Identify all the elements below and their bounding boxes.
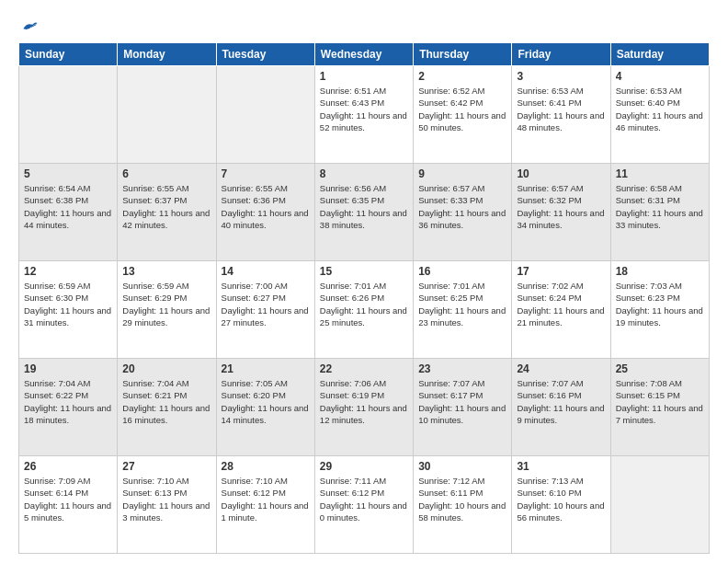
- day-info: Sunrise: 7:11 AMSunset: 6:12 PMDaylight:…: [320, 475, 408, 523]
- sunrise-label: Sunrise: 6:55 AM: [122, 183, 188, 193]
- sunset-label: Sunset: 6:29 PM: [122, 293, 187, 303]
- daylight-label: Daylight: 11 hours and 3 minutes.: [122, 500, 210, 523]
- sunset-label: Sunset: 6:16 PM: [517, 390, 581, 400]
- calendar-day-cell: 9Sunrise: 6:57 AMSunset: 6:33 PMDaylight…: [414, 164, 512, 261]
- sunrise-label: Sunrise: 7:12 AM: [418, 476, 484, 486]
- calendar-day-cell: 3Sunrise: 6:53 AMSunset: 6:41 PMDaylight…: [512, 66, 610, 164]
- day-number: 16: [418, 265, 506, 278]
- calendar-day-cell: 14Sunrise: 7:00 AMSunset: 6:27 PMDayligh…: [216, 261, 314, 359]
- calendar-day-cell: [610, 456, 709, 554]
- calendar-day-cell: 22Sunrise: 7:06 AMSunset: 6:19 PMDayligh…: [314, 359, 413, 456]
- day-number: 26: [24, 460, 112, 473]
- day-info: Sunrise: 7:02 AMSunset: 6:24 PMDaylight:…: [517, 280, 605, 328]
- page: SundayMondayTuesdayWednesdayThursdayFrid…: [0, 0, 728, 563]
- calendar-day-cell: 12Sunrise: 6:59 AMSunset: 6:30 PMDayligh…: [19, 261, 118, 359]
- day-number: 20: [122, 362, 210, 375]
- calendar-day-cell: 4Sunrise: 6:53 AMSunset: 6:40 PMDaylight…: [610, 66, 709, 164]
- day-info: Sunrise: 6:55 AMSunset: 6:36 PMDaylight:…: [222, 182, 310, 231]
- daylight-label: Daylight: 11 hours and 5 minutes.: [24, 500, 111, 523]
- day-info: Sunrise: 6:59 AMSunset: 6:30 PMDaylight:…: [24, 280, 112, 328]
- day-info: Sunrise: 7:01 AMSunset: 6:25 PMDaylight:…: [418, 280, 506, 328]
- day-number: 23: [418, 362, 506, 375]
- daylight-label: Daylight: 11 hours and 14 minutes.: [222, 403, 309, 425]
- sunrise-label: Sunrise: 7:11 AM: [320, 476, 386, 486]
- sunset-label: Sunset: 6:31 PM: [616, 195, 680, 205]
- calendar-day-cell: 28Sunrise: 7:10 AMSunset: 6:12 PMDayligh…: [216, 456, 314, 554]
- calendar-table: SundayMondayTuesdayWednesdayThursdayFrid…: [18, 42, 710, 554]
- day-number: 19: [24, 362, 112, 375]
- sunset-label: Sunset: 6:32 PM: [517, 195, 581, 205]
- day-info: Sunrise: 7:03 AMSunset: 6:23 PMDaylight:…: [616, 280, 704, 328]
- sunset-label: Sunset: 6:35 PM: [320, 195, 384, 205]
- calendar-day-cell: 24Sunrise: 7:07 AMSunset: 6:16 PMDayligh…: [512, 359, 610, 456]
- calendar-day-cell: 15Sunrise: 7:01 AMSunset: 6:26 PMDayligh…: [314, 261, 413, 359]
- calendar-week-row: 5Sunrise: 6:54 AMSunset: 6:38 PMDaylight…: [19, 164, 710, 261]
- day-number: 1: [320, 70, 408, 83]
- day-number: 11: [616, 167, 704, 180]
- day-info: Sunrise: 7:05 AMSunset: 6:20 PMDaylight:…: [222, 377, 310, 426]
- sunset-label: Sunset: 6:13 PM: [122, 488, 187, 498]
- daylight-label: Daylight: 11 hours and 31 minutes.: [24, 305, 111, 327]
- daylight-label: Daylight: 11 hours and 0 minutes.: [320, 500, 407, 523]
- calendar-day-cell: [19, 66, 118, 164]
- calendar-day-cell: 18Sunrise: 7:03 AMSunset: 6:23 PMDayligh…: [610, 261, 709, 359]
- sunrise-label: Sunrise: 6:53 AM: [517, 86, 583, 96]
- daylight-label: Daylight: 11 hours and 52 minutes.: [320, 110, 407, 132]
- day-number: 14: [222, 265, 310, 278]
- calendar-day-cell: 8Sunrise: 6:56 AMSunset: 6:35 PMDaylight…: [314, 164, 413, 261]
- calendar-day-cell: 25Sunrise: 7:08 AMSunset: 6:15 PMDayligh…: [610, 359, 709, 456]
- sunset-label: Sunset: 6:12 PM: [320, 488, 384, 498]
- sunrise-label: Sunrise: 6:52 AM: [418, 86, 484, 96]
- daylight-label: Daylight: 11 hours and 34 minutes.: [517, 208, 604, 230]
- sunset-label: Sunset: 6:20 PM: [222, 390, 286, 400]
- sunset-label: Sunset: 6:11 PM: [418, 488, 483, 498]
- calendar-header-wednesday: Wednesday: [314, 43, 413, 66]
- calendar-day-cell: 16Sunrise: 7:01 AMSunset: 6:25 PMDayligh…: [414, 261, 512, 359]
- day-info: Sunrise: 7:10 AMSunset: 6:13 PMDaylight:…: [122, 475, 210, 523]
- day-number: 4: [616, 70, 704, 83]
- sunrise-label: Sunrise: 7:03 AM: [616, 281, 682, 291]
- sunrise-label: Sunrise: 6:54 AM: [24, 183, 90, 193]
- calendar-header-thursday: Thursday: [414, 43, 512, 66]
- sunrise-label: Sunrise: 7:01 AM: [418, 281, 484, 291]
- daylight-label: Daylight: 11 hours and 29 minutes.: [122, 305, 210, 327]
- day-number: 6: [122, 167, 210, 180]
- sunset-label: Sunset: 6:22 PM: [24, 390, 88, 400]
- header: [18, 17, 710, 35]
- sunrise-label: Sunrise: 6:55 AM: [222, 183, 288, 193]
- sunset-label: Sunset: 6:21 PM: [122, 390, 187, 400]
- daylight-label: Daylight: 11 hours and 12 minutes.: [320, 403, 407, 425]
- sunrise-label: Sunrise: 7:10 AM: [122, 476, 188, 486]
- day-number: 24: [517, 362, 605, 375]
- sunrise-label: Sunrise: 6:53 AM: [616, 86, 682, 96]
- sunrise-label: Sunrise: 7:13 AM: [517, 476, 583, 486]
- sunrise-label: Sunrise: 7:07 AM: [418, 378, 484, 388]
- daylight-label: Daylight: 11 hours and 50 minutes.: [418, 110, 506, 132]
- day-info: Sunrise: 7:04 AMSunset: 6:21 PMDaylight:…: [122, 377, 210, 426]
- day-info: Sunrise: 6:57 AMSunset: 6:33 PMDaylight:…: [418, 182, 506, 231]
- day-number: 12: [24, 265, 112, 278]
- calendar-day-cell: [118, 66, 216, 164]
- sunset-label: Sunset: 6:37 PM: [122, 195, 187, 205]
- sunset-label: Sunset: 6:30 PM: [24, 293, 88, 303]
- daylight-label: Daylight: 11 hours and 9 minutes.: [517, 403, 604, 425]
- daylight-label: Daylight: 11 hours and 33 minutes.: [616, 208, 703, 230]
- daylight-label: Daylight: 11 hours and 42 minutes.: [122, 208, 210, 230]
- day-info: Sunrise: 6:59 AMSunset: 6:29 PMDaylight:…: [122, 280, 210, 328]
- day-info: Sunrise: 6:52 AMSunset: 6:42 PMDaylight:…: [418, 85, 506, 133]
- calendar-day-cell: 27Sunrise: 7:10 AMSunset: 6:13 PMDayligh…: [118, 456, 216, 554]
- calendar-day-cell: 11Sunrise: 6:58 AMSunset: 6:31 PMDayligh…: [610, 164, 709, 261]
- calendar-day-cell: 20Sunrise: 7:04 AMSunset: 6:21 PMDayligh…: [118, 359, 216, 456]
- daylight-label: Daylight: 11 hours and 10 minutes.: [418, 403, 506, 425]
- sunset-label: Sunset: 6:12 PM: [222, 488, 286, 498]
- daylight-label: Daylight: 11 hours and 36 minutes.: [418, 208, 506, 230]
- daylight-label: Daylight: 11 hours and 16 minutes.: [122, 403, 210, 425]
- day-number: 15: [320, 265, 408, 278]
- daylight-label: Daylight: 11 hours and 21 minutes.: [517, 305, 604, 327]
- day-number: 5: [24, 167, 112, 180]
- calendar-header-monday: Monday: [118, 43, 216, 66]
- calendar-day-cell: 19Sunrise: 7:04 AMSunset: 6:22 PMDayligh…: [19, 359, 118, 456]
- day-number: 8: [320, 167, 408, 180]
- day-number: 25: [616, 362, 704, 375]
- calendar-day-cell: [216, 66, 314, 164]
